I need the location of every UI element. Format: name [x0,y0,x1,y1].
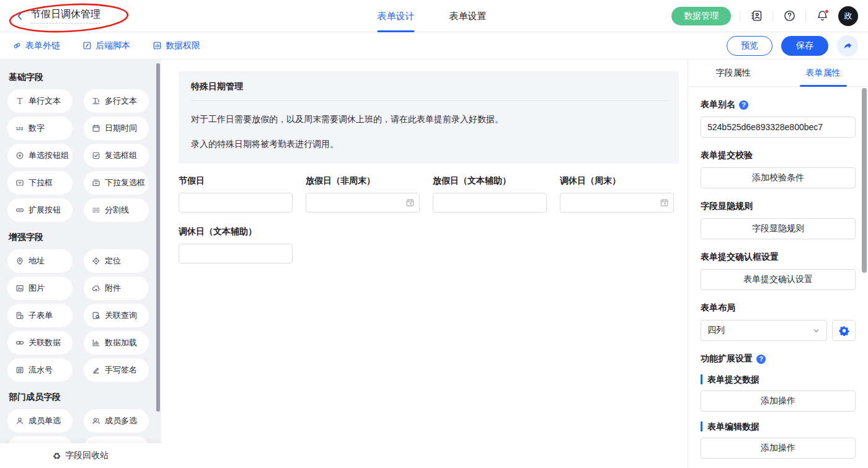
field-pill-label: 子表单 [29,310,53,321]
field-label: 节假日 [179,175,293,187]
field-pill-attachment[interactable]: 附件 [84,276,149,300]
submit-confirm-button[interactable]: 表单提交确认设置 [701,269,856,290]
location-icon [92,257,100,265]
form-edit-data-label: 表单编辑数据 [701,422,856,431]
field-pill-label: 日期时间 [105,123,137,134]
field-pill-select[interactable]: 下拉框 [7,171,73,195]
field-pill-serial-number[interactable]: 流水号 [7,358,73,382]
field-pill-label: 图片 [29,283,45,294]
header-tabs: 表单设计 表单设置 [377,0,486,32]
divider-line-icon [92,206,100,214]
data-permission-button[interactable]: 数据权限 [153,40,200,51]
layout-settings-button[interactable] [832,320,856,341]
calendar-icon [660,198,669,208]
form-alias-label-text: 表单别名 [701,99,735,110]
tab-form-design[interactable]: 表单设计 [377,0,414,32]
form-design-canvas[interactable]: 特殊日期管理 对于工作日需要放假的，以及周末需要调休上班的，请在此表单提前录入好… [161,60,688,468]
properties-tabs: 字段属性 表单属性 [688,60,868,87]
properties-body: 表单别名 ? 表单提交校验 添加校验条件 字段显隐规则 字段显隐规则 表单提交确… [688,87,868,459]
related-data-icon [16,338,24,347]
field-pill-label: 多行文本 [105,95,137,107]
tab-form-properties[interactable]: 表单属性 [778,60,868,86]
form-submit-add-action-button[interactable]: 添加操作 [701,391,856,412]
calendar-icon [405,198,415,208]
form-external-link-button[interactable]: 表单外链 [12,40,60,51]
holiday-input[interactable] [179,193,293,213]
form-field-dayoff-textaid[interactable]: 放假日（文本辅助） [433,175,547,213]
tab-form-settings[interactable]: 表单设置 [449,0,486,32]
field-pill-related-query[interactable]: 关联查询 [84,304,149,327]
field-pill-address[interactable]: 地址 [7,249,73,273]
user-avatar[interactable]: 政 [838,6,858,26]
field-visibility-rules-button[interactable]: 字段显隐规则 [701,218,856,239]
number-icon: 123 [16,124,24,133]
field-pill-label: 流水号 [29,364,53,376]
field-pill-label: 成员多选 [105,415,137,426]
share-button[interactable] [837,35,858,56]
form-field-workswap-weekend[interactable]: 调休日（周末） [560,175,674,213]
basic-fields-grid: 单行文本 多行文本 123 数字 日期时间 单选按钮组 [7,89,161,222]
field-pill-multi-select[interactable]: 下拉复选框 [84,171,149,195]
dayoff-nonweekend-date-input[interactable] [306,193,420,213]
field-pill-checkbox-group[interactable]: 复选框组 [84,144,149,167]
workswap-weekend-date-input[interactable] [560,193,674,213]
field-pill-location[interactable]: 定位 [84,249,149,273]
header-actions: 数据管理 [671,6,858,26]
multi-select-icon [92,179,100,187]
form-edit-add-action-button[interactable]: 添加操作 [701,438,856,459]
form-field-dayoff-nonweekend[interactable]: 放假日（非周末） [306,175,420,213]
data-manage-button[interactable]: 数据管理 [671,7,731,25]
related-query-icon [92,311,100,320]
back-button[interactable] [15,11,25,21]
field-pill-image[interactable]: 图片 [7,276,73,300]
form-field-holiday[interactable]: 节假日 [179,175,293,213]
field-pill-related-data[interactable]: 关联数据 [7,331,73,355]
field-pill-single-line-text[interactable]: 单行文本 [7,89,73,113]
dayoff-textaid-input[interactable] [433,193,547,213]
group-header-panel[interactable]: 特殊日期管理 对于工作日需要放假的，以及周末需要调休上班的，请在此表单提前录入好… [179,71,679,164]
field-pill-extend-button[interactable]: 扩展按钮 [7,198,73,222]
group-description-line-1: 对于工作日需要放假的，以及周末需要调休上班的，请在此表单提前录入好数据。 [191,113,666,126]
field-pill-member-multi[interactable]: 成员多选 [84,409,149,433]
page-title[interactable]: 节假日调休管理 [31,8,100,24]
form-layout-row: 四列 [701,320,856,341]
sidebar-scrollbar[interactable] [156,63,160,412]
field-pill-divider-line[interactable]: 分割线 [84,198,149,222]
field-recycle-bin-button[interactable]: ♻ 字段回收站 [0,443,161,468]
link-icon [12,41,22,50]
field-label: 调休日（周末） [560,175,674,187]
form-alias-help-icon[interactable]: ? [739,100,748,110]
field-pill-number[interactable]: 123 数字 [7,117,73,140]
field-pill-datetime[interactable]: 日期时间 [84,117,149,140]
address-book-icon[interactable] [749,9,764,24]
save-button[interactable]: 保存 [781,36,828,56]
section-title-enhanced-fields: 增强字段 [9,232,161,243]
notification-bell-icon[interactable] [815,9,830,24]
preview-button[interactable]: 预览 [727,36,773,56]
field-pill-member-single[interactable]: 成员单选 [7,409,73,433]
form-alias-input[interactable] [701,117,856,138]
form-field-workswap-textaid[interactable]: 调休日（文本辅助） [179,226,293,263]
field-pill-label: 单选按钮组 [29,150,69,161]
field-pill-signature[interactable]: 手写签名 [84,358,149,382]
tab-form-design-label: 表单设计 [377,11,414,22]
field-pill-subform[interactable]: 子表单 [7,304,73,327]
field-pill-label: 关联数据 [29,337,61,348]
chevron-down-icon [812,327,820,335]
add-validation-button[interactable]: 添加校验条件 [701,167,856,188]
properties-scrollbar[interactable] [862,88,867,273]
backend-script-button[interactable]: 后端脚本 [82,40,130,51]
tab-field-properties[interactable]: 字段属性 [688,60,778,86]
field-pill-label: 数据加载 [105,337,137,348]
extension-settings-help-icon[interactable]: ? [756,355,766,364]
help-icon[interactable] [782,9,797,24]
field-pill-multi-line-text[interactable]: 多行文本 [84,89,149,113]
tab-form-settings-label: 表单设置 [449,11,486,22]
workswap-textaid-input[interactable] [179,244,293,263]
field-pill-radio-group[interactable]: 单选按钮组 [7,144,73,167]
form-submit-data-label: 表单提交数据 [701,374,856,384]
field-label: 放假日（文本辅助） [433,175,547,187]
form-layout-select[interactable]: 四列 [701,320,827,341]
field-pill-data-load[interactable]: 数据加载 [84,331,149,355]
field-recycle-bin-label: 字段回收站 [65,450,108,461]
